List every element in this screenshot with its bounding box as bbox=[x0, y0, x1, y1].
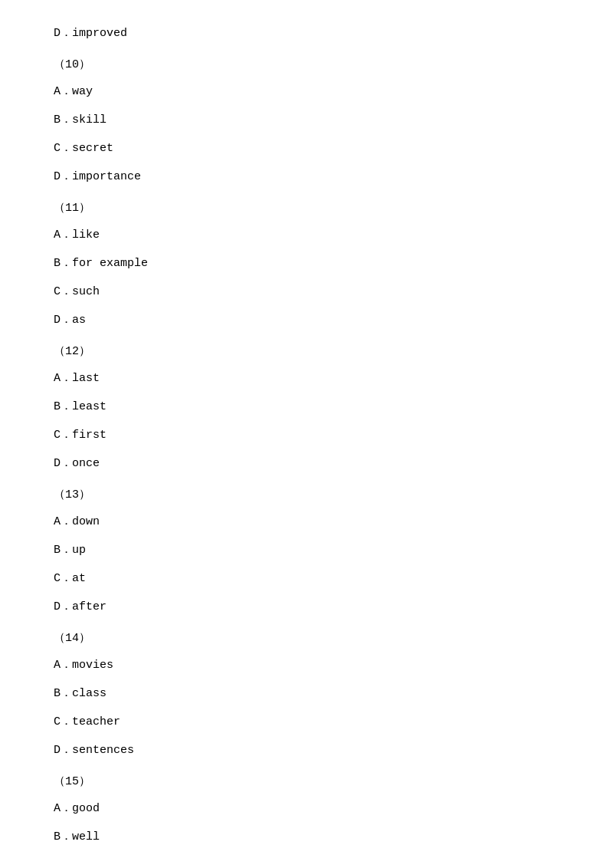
answer-option: D．improved bbox=[54, 23, 559, 44]
answer-option: A．way bbox=[54, 81, 559, 102]
answer-option: B．least bbox=[54, 396, 559, 417]
question-number: （12） bbox=[54, 341, 559, 362]
answer-option: B．up bbox=[54, 540, 559, 561]
answer-option: C．teacher bbox=[54, 712, 559, 732]
question-number: （13） bbox=[54, 485, 559, 505]
answer-option: D．sentences bbox=[54, 740, 559, 761]
question-number: （14） bbox=[54, 628, 559, 649]
main-content: D．improved（10）A．wayB．skillC．secretD．impo… bbox=[0, 0, 613, 868]
answer-option: D．importance bbox=[54, 166, 559, 187]
answer-option: C．first bbox=[54, 425, 559, 446]
answer-option: D．once bbox=[54, 453, 559, 474]
answer-option: B．skill bbox=[54, 110, 559, 130]
answer-option: A．down bbox=[54, 511, 559, 532]
answer-option: A．good bbox=[54, 798, 559, 819]
answer-option: C．such bbox=[54, 281, 559, 302]
question-number: （15） bbox=[54, 771, 559, 792]
answer-option: C．at bbox=[54, 568, 559, 589]
answer-option: D．as bbox=[54, 310, 559, 330]
answer-option: A．movies bbox=[54, 655, 559, 676]
question-number: （10） bbox=[54, 54, 559, 75]
answer-option: B．for example bbox=[54, 253, 559, 274]
answer-option: A．like bbox=[54, 225, 559, 245]
answer-option: C．secret bbox=[54, 138, 559, 159]
answer-option: B．class bbox=[54, 683, 559, 704]
answer-option: B．well bbox=[54, 827, 559, 847]
answer-option: A．last bbox=[54, 368, 559, 389]
answer-option: D．after bbox=[54, 597, 559, 617]
question-number: （11） bbox=[54, 198, 559, 219]
